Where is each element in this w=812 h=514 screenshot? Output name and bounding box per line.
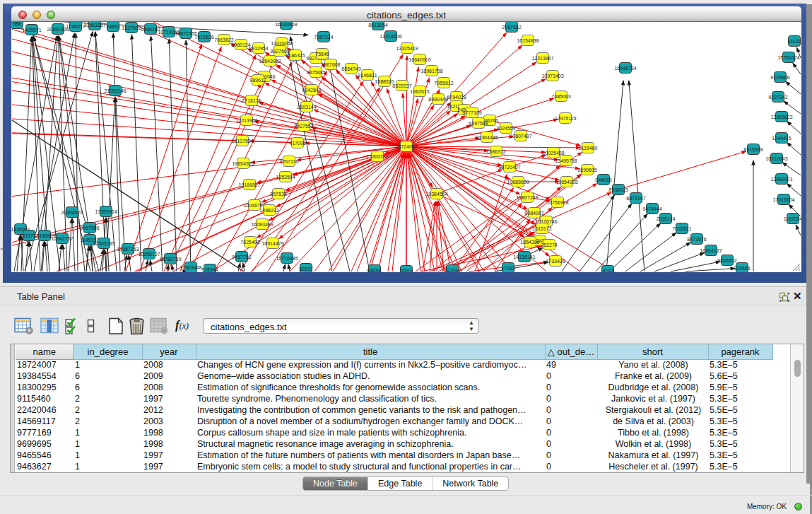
svg-text:9777169: 9777169	[462, 110, 481, 115]
svg-text:16543962: 16543962	[259, 59, 281, 64]
svg-text:15300295: 15300295	[366, 154, 388, 159]
svg-text:16154838: 16154838	[517, 38, 539, 43]
svg-text:8912954: 8912954	[249, 46, 268, 51]
svg-text:9115460: 9115460	[579, 146, 598, 151]
svg-text:18853: 18853	[106, 24, 120, 29]
svg-text:13218506: 13218506	[379, 34, 401, 39]
svg-text:10653257: 10653257	[83, 23, 105, 28]
svg-text:2867608: 2867608	[321, 62, 340, 67]
svg-text:12213969: 12213969	[235, 118, 257, 123]
svg-text:82937: 82937	[299, 267, 313, 271]
svg-text:16093489: 16093489	[251, 222, 273, 227]
svg-text:13692971: 13692971	[770, 177, 792, 182]
svg-text:7386372: 7386372	[486, 149, 505, 154]
svg-text:7515526: 7515526	[194, 35, 213, 40]
svg-text:7625402: 7625402	[240, 240, 259, 245]
svg-text:9997586: 9997586	[80, 226, 99, 230]
svg-text:9474444: 9474444	[642, 206, 661, 211]
svg-text:9699695: 9699695	[577, 168, 596, 173]
svg-text:12213967: 12213967	[531, 56, 553, 61]
svg-text:8427552: 8427552	[294, 124, 313, 129]
svg-text:9227342: 9227342	[768, 95, 787, 100]
svg-text:8186325: 8186325	[286, 53, 305, 58]
svg-text:10973493: 10973493	[541, 74, 563, 78]
svg-text:9242848: 9242848	[302, 88, 321, 93]
svg-text:928344: 928344	[201, 267, 218, 272]
svg-text:3267130: 3267130	[279, 159, 298, 164]
svg-text:1733426: 1733426	[546, 259, 565, 264]
svg-text:11123: 11123	[788, 39, 801, 44]
svg-text:2718176: 2718176	[242, 98, 261, 103]
svg-text:1405571: 1405571	[22, 28, 41, 33]
svg-text:18807249: 18807249	[516, 195, 538, 200]
svg-text:9084067: 9084067	[524, 211, 543, 216]
svg-text:10756928: 10756928	[546, 200, 568, 205]
svg-text:1353594: 1353594	[276, 175, 295, 180]
svg-text:12975115: 12975115	[555, 116, 577, 121]
svg-text:1167534: 1167534	[784, 216, 801, 221]
svg-text:21364436: 21364436	[476, 135, 498, 140]
svg-text:1362615: 1362615	[410, 89, 429, 94]
svg-text:8960124: 8960124	[231, 42, 250, 47]
svg-text:8813054: 8813054	[368, 23, 387, 28]
svg-text:16782759: 16782759	[159, 257, 181, 262]
svg-text:6879197: 6879197	[626, 196, 645, 201]
svg-text:10654122: 10654122	[700, 248, 722, 253]
svg-text:2935114: 2935114	[657, 216, 676, 221]
svg-text:112934: 112934	[445, 268, 461, 272]
svg-text:9457791: 9457791	[232, 255, 251, 259]
svg-text:13325419: 13325419	[396, 46, 418, 51]
svg-text:8854749: 8854749	[341, 66, 360, 71]
svg-text:7663822: 7663822	[214, 37, 233, 42]
svg-text:7485063: 7485063	[551, 94, 570, 99]
svg-text:1498222: 1498222	[259, 208, 278, 213]
svg-text:12942757: 12942757	[51, 236, 73, 241]
svg-text:1854396: 1854396	[520, 240, 539, 245]
svg-text:16914479: 16914479	[261, 241, 283, 246]
svg-text:9283: 9283	[401, 269, 412, 272]
svg-text:924565: 924565	[734, 266, 750, 271]
svg-text:17016504: 17016504	[772, 197, 794, 202]
svg-text:15716485: 15716485	[276, 256, 298, 261]
svg-text:10688609: 10688609	[507, 180, 529, 185]
svg-text:16671355: 16671355	[175, 31, 196, 36]
svg-text:17957253: 17957253	[117, 247, 139, 252]
svg-text:19384554: 19384554	[425, 192, 447, 197]
svg-text:1746377: 1746377	[66, 24, 85, 29]
svg-text:15751074: 15751074	[777, 55, 799, 60]
svg-text:989612: 989612	[249, 78, 266, 83]
svg-text:8322037: 8322037	[392, 83, 411, 88]
svg-text:10958107: 10958107	[138, 252, 160, 257]
svg-text:7955812: 7955812	[434, 81, 453, 86]
svg-text:988: 988	[13, 22, 21, 26]
svg-text:1244415: 1244415	[772, 136, 791, 141]
svg-text:9129966: 9129966	[770, 75, 789, 80]
svg-text:13226058: 13226058	[271, 41, 293, 46]
svg-text:12923448: 12923448	[180, 265, 201, 270]
svg-text:14136141: 14136141	[513, 255, 535, 259]
svg-text:3024554: 3024554	[496, 126, 515, 131]
svg-text:16648784: 16648784	[614, 66, 636, 71]
svg-text:21053346: 21053346	[104, 88, 126, 93]
svg-text:16210643: 16210643	[765, 156, 787, 161]
svg-text:417006: 417006	[289, 141, 305, 146]
svg-text:19166827: 19166827	[238, 182, 260, 187]
svg-text:8938923: 8938923	[608, 187, 628, 192]
svg-text:12505135: 12505135	[93, 241, 114, 246]
svg-text:644095: 644095	[595, 177, 611, 182]
svg-text:17293: 17293	[501, 266, 515, 271]
svg-text:2087682: 2087682	[502, 25, 521, 30]
svg-text:16961758: 16961758	[420, 69, 442, 74]
svg-text:10807487: 10807487	[510, 134, 531, 139]
svg-text:19654923: 19654923	[232, 161, 254, 166]
svg-text:18724007: 18724007	[395, 144, 417, 149]
svg-text:7632621: 7632621	[672, 226, 691, 231]
svg-text:8990448: 8990448	[428, 97, 447, 102]
svg-text:8293: 8293	[602, 269, 613, 272]
svg-text:15720407: 15720407	[498, 165, 520, 170]
svg-text:1527602: 1527602	[122, 25, 141, 30]
svg-text:6497568: 6497568	[469, 121, 488, 126]
svg-text:857833: 857833	[270, 192, 286, 197]
svg-text:16107534: 16107534	[231, 139, 253, 144]
svg-text:10025488: 10025488	[542, 151, 564, 156]
